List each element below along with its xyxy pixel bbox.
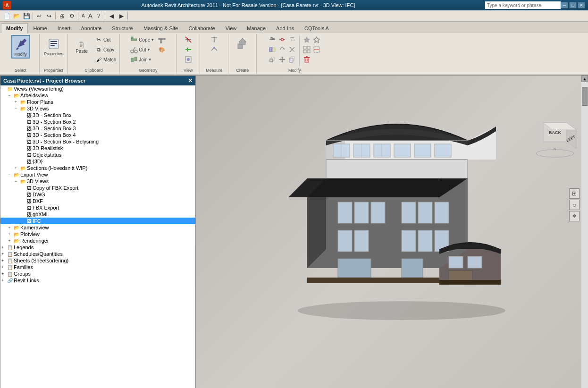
tree-item-section-box-2[interactable]: 🖼3D - Section Box 2 — [0, 118, 195, 125]
match-button[interactable]: 🖌 Match — [93, 55, 118, 64]
join-button[interactable]: Join ▼ — [129, 55, 156, 64]
tab-addins[interactable]: Add-Ins — [271, 23, 299, 33]
pan-btn[interactable]: ✥ — [569, 211, 580, 221]
tree-item-gbxml[interactable]: 🖼gbXML — [0, 211, 195, 218]
tab-massing[interactable]: Massing & Site — [138, 23, 183, 33]
align-btn[interactable] — [209, 35, 219, 44]
save-button[interactable]: 💾 — [22, 11, 31, 21]
search-input[interactable] — [485, 1, 561, 9]
tab-cqtools[interactable]: CQTools A — [299, 23, 334, 33]
open-button[interactable]: 📂 — [12, 11, 21, 21]
cut-button[interactable]: ✂ Cut — [93, 35, 118, 44]
pb-content[interactable]: −📁Views (Viewsortering)−📂Arbeidsview+📂Fl… — [0, 85, 195, 388]
tree-item-dxf[interactable]: 🖼DXF — [0, 198, 195, 204]
vertical-scrollbar[interactable]: ▲ ▼ — [581, 76, 588, 388]
unpin-btn[interactable] — [312, 35, 321, 44]
spot-measure-btn[interactable] — [209, 45, 219, 54]
tree-item-families[interactable]: +📋Families — [0, 264, 195, 270]
forward-arrow[interactable]: ▶ — [117, 11, 126, 21]
tree-item-floor-plans[interactable]: +📂Floor Plans — [0, 99, 195, 105]
pin-btn[interactable] — [302, 35, 311, 44]
split-btn[interactable] — [277, 35, 287, 44]
zoom-in-btn[interactable]: ○ — [569, 200, 580, 210]
tree-item-sheets[interactable]: +📋Sheets (Sheetsortering) — [0, 257, 195, 264]
tree-item-section-box[interactable]: 🖼3D - Section Box — [0, 112, 195, 118]
tab-view[interactable]: View — [220, 23, 242, 33]
scale-btn[interactable] — [268, 55, 277, 64]
tree-item-ifc[interactable]: 🖼IFC — [0, 218, 195, 224]
help-button[interactable]: ? — [94, 11, 103, 21]
copy-tool-btn[interactable] — [287, 55, 297, 64]
tree-item-sections-hoved[interactable]: +📂Sections (Hovedsnitt WIP) — [0, 165, 195, 171]
create-btn[interactable] — [234, 35, 252, 53]
tree-item-objektstatus[interactable]: 🖼Objektstatus — [0, 152, 195, 158]
minimize-button[interactable]: ─ — [561, 2, 568, 8]
tab-modify[interactable]: Modify — [1, 23, 28, 34]
tree-item-views[interactable]: −📁Views (Viewsortering) — [0, 85, 195, 92]
tree-item-schedules[interactable]: +📋Schedules/Quantities — [0, 251, 195, 257]
tree-item-3d-realistisk[interactable]: 🖼3D Realistisk — [0, 145, 195, 152]
settings-button[interactable]: ⚙ — [67, 11, 76, 21]
scroll-track[interactable] — [581, 82, 588, 388]
wall-join-button[interactable] — [157, 35, 167, 44]
tree-item-renderinger[interactable]: +📂Renderinger — [0, 237, 195, 244]
close-button[interactable]: ✕ — [578, 2, 585, 8]
align-tool-btn[interactable] — [268, 35, 277, 44]
offset-btn[interactable] — [287, 35, 297, 44]
print-button[interactable]: 🖨 — [57, 11, 67, 21]
scroll-thumb[interactable] — [582, 87, 588, 106]
tab-structure[interactable]: Structure — [107, 23, 138, 33]
modify-button[interactable]: Modify — [11, 35, 30, 59]
tree-label: Kameraview — [20, 225, 49, 230]
tree-item-3d-curly[interactable]: 🖼{3D} — [0, 158, 195, 165]
tree-item-plotview[interactable]: +📂Plotview — [0, 231, 195, 237]
tree-item-3d-views[interactable]: −📂3D Views — [0, 105, 195, 112]
tree-item-3d-views-export[interactable]: −📂3D Views — [0, 178, 195, 185]
group-btn[interactable] — [302, 45, 311, 54]
tree-item-export-view[interactable]: −📂Export View — [0, 171, 195, 178]
paint-button[interactable]: 🎨 — [157, 45, 167, 54]
tree-item-legends[interactable]: +📋Legends — [0, 244, 195, 251]
redo-button[interactable]: ↪ — [44, 11, 54, 21]
hide-btn[interactable] — [183, 35, 193, 44]
tree-item-section-box-bel[interactable]: 🖼3D - Section Box - Belysning — [0, 138, 195, 145]
tab-collaborate[interactable]: Collaborate — [183, 23, 220, 33]
copy-button[interactable]: ⧉ Copy — [93, 45, 118, 54]
tree-item-kameraview[interactable]: +📂Kameraview — [0, 224, 195, 231]
pb-close-button[interactable]: ✕ — [188, 77, 193, 84]
maximize-button[interactable]: □ — [569, 2, 577, 8]
undo-button[interactable]: ↩ — [34, 11, 44, 21]
tab-insert[interactable]: Insert — [52, 23, 76, 33]
tab-manage[interactable]: Manage — [242, 23, 271, 33]
cope-button[interactable]: Cope ▼ — [129, 35, 156, 44]
tree-item-fbx-export[interactable]: 🖼FBX Export — [0, 204, 195, 211]
tree-item-dwf[interactable]: 🖼DWG — [0, 191, 195, 198]
ungroup-btn[interactable] — [312, 45, 321, 54]
override-btn[interactable] — [183, 55, 193, 64]
tree-item-copy-fbx[interactable]: 🖼Copy of FBX Export — [0, 185, 195, 191]
tree-item-arbeidsview[interactable]: −📂Arbeidsview — [0, 92, 195, 99]
tree-item-revit-links[interactable]: +🔗Revit Links — [0, 277, 195, 284]
properties-button[interactable]: Properties — [42, 35, 65, 58]
tab-home[interactable]: Home — [28, 23, 52, 33]
tree-item-groups[interactable]: +📋Groups — [0, 270, 195, 277]
rotate-btn[interactable] — [277, 45, 287, 54]
paste-button[interactable]: Paste — [70, 35, 92, 59]
del-btn[interactable] — [302, 55, 311, 64]
mirror-x-btn[interactable] — [268, 45, 277, 54]
tree-item-section-box-4[interactable]: 🖼3D - Section Box 4 — [0, 132, 195, 138]
paste-icon — [77, 41, 85, 49]
trim-btn[interactable] — [287, 45, 297, 54]
new-button[interactable]: 📄 — [2, 11, 11, 21]
group-measure-label: Measure — [202, 67, 226, 73]
unhide-btn[interactable] — [183, 45, 193, 54]
back-arrow[interactable]: ◀ — [107, 11, 116, 21]
cut-geom-button[interactable]: Cut ▼ — [129, 45, 156, 54]
zoom-fit-btn[interactable]: ⊞ — [569, 188, 580, 199]
tree-item-section-box-3[interactable]: 🖼3D - Section Box 3 — [0, 125, 195, 132]
view-cube[interactable]: N BACK LEFT — [531, 113, 579, 160]
move-btn[interactable] — [277, 55, 287, 64]
tab-annotate[interactable]: Annotate — [76, 23, 107, 33]
viewport[interactable]: N BACK LEFT ⊞ ○ — [196, 76, 588, 388]
scroll-up-btn[interactable]: ▲ — [581, 76, 588, 82]
